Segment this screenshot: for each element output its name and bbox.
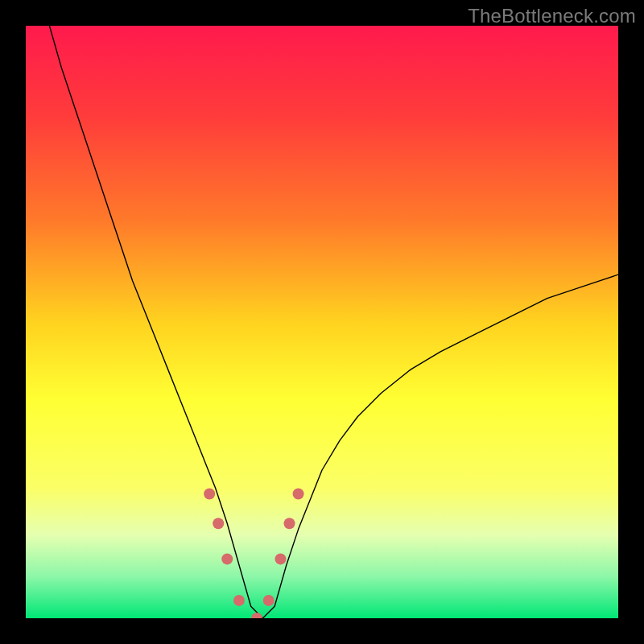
- marker-point: [213, 518, 224, 529]
- marker-point: [221, 553, 233, 564]
- chart-svg: [26, 26, 618, 618]
- marker-point: [275, 553, 286, 564]
- gradient-background: [26, 26, 618, 618]
- marker-point: [204, 488, 215, 499]
- marker-point: [284, 518, 295, 529]
- chart-frame: TheBottleneck.com: [0, 0, 644, 644]
- marker-point: [293, 488, 304, 499]
- watermark-text: TheBottleneck.com: [468, 5, 636, 27]
- marker-point: [263, 595, 275, 606]
- marker-point: [233, 595, 245, 606]
- plot-area: [26, 26, 618, 618]
